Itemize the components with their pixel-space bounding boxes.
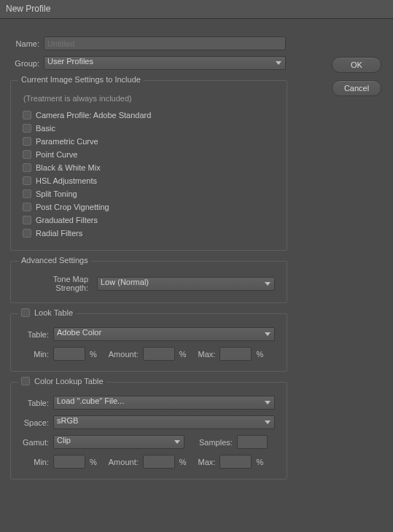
- clut-legend-label: Color Lookup Table: [34, 377, 104, 386]
- name-input[interactable]: [44, 36, 286, 50]
- percent-label: %: [256, 458, 263, 466]
- include-note: (Treatment is always included): [23, 94, 275, 103]
- include-item-parametric-curve[interactable]: Parametric Curve: [23, 135, 275, 148]
- clut-space-row: Space: sRGB: [23, 415, 275, 429]
- include-item-basic[interactable]: Basic: [23, 122, 275, 135]
- ok-button[interactable]: OK: [332, 57, 381, 73]
- look-table-select[interactable]: Adobe Color: [53, 327, 275, 341]
- clut-max-label: Max:: [198, 458, 216, 466]
- clut-checkbox[interactable]: [21, 377, 30, 386]
- include-item-graduated-filters[interactable]: Graduated Filters: [23, 214, 275, 227]
- look-amount-input[interactable]: [143, 347, 175, 361]
- group-row: Group: User Profiles: [10, 56, 383, 70]
- checkbox-icon[interactable]: [23, 216, 31, 224]
- look-table-legend-label: Look Table: [34, 308, 73, 317]
- titlebar: New Profile: [0, 0, 393, 19]
- include-item-label: HSL Adjustments: [36, 176, 97, 185]
- look-table-values-row: Min: % Amount: % Max: %: [23, 347, 275, 361]
- clut-table-select[interactable]: Load ".cube" File...: [53, 396, 275, 410]
- look-table-checkbox[interactable]: [21, 308, 30, 317]
- percent-label: %: [179, 350, 187, 359]
- clut-gamut-row: Gamut: Clip Samples:: [23, 435, 275, 449]
- checkbox-icon[interactable]: [23, 111, 31, 120]
- checkbox-icon[interactable]: [23, 189, 31, 198]
- look-table-fieldset: Look Table Table: Adobe Color Min: % Amo…: [10, 313, 287, 372]
- look-table-table-label: Table:: [23, 330, 49, 339]
- include-item-label: Post Crop Vignetting: [36, 203, 109, 211]
- tone-map-label: Tone Map Strength:: [23, 275, 93, 292]
- include-item-label: Point Curve: [36, 150, 77, 159]
- checkbox-icon[interactable]: [23, 124, 31, 133]
- look-min-input[interactable]: [53, 347, 85, 361]
- name-row: Name:: [10, 36, 383, 50]
- percent-label: %: [179, 458, 187, 466]
- dialog-content: OK Cancel Name: Group: User Profiles Cur…: [0, 19, 393, 491]
- clut-values-row: Min: % Amount: % Max: %: [23, 455, 275, 469]
- checkbox-icon[interactable]: [23, 203, 31, 211]
- look-amount-label: Amount:: [109, 350, 139, 359]
- checkbox-icon[interactable]: [23, 229, 31, 238]
- include-item-label: Black & White Mix: [36, 163, 101, 172]
- clut-min-input[interactable]: [53, 455, 85, 469]
- clut-samples-input[interactable]: [237, 435, 268, 449]
- clut-samples-label: Samples:: [199, 438, 233, 447]
- checkbox-icon[interactable]: [23, 150, 31, 159]
- look-table-legend: Look Table: [18, 308, 76, 317]
- look-min-label: Min:: [23, 350, 49, 359]
- include-item-camera-profile[interactable]: Camera Profile: Adobe Standard: [23, 109, 275, 122]
- percent-label: %: [90, 350, 97, 359]
- clut-amount-label: Amount:: [109, 458, 139, 466]
- percent-label: %: [90, 458, 97, 466]
- checkbox-icon[interactable]: [23, 137, 31, 146]
- clut-space-select[interactable]: sRGB: [53, 415, 275, 429]
- include-fieldset: Current Image Settings to Include (Treat…: [10, 80, 287, 251]
- include-item-point-curve[interactable]: Point Curve: [23, 148, 275, 161]
- checkbox-icon[interactable]: [23, 163, 31, 172]
- clut-amount-input[interactable]: [143, 455, 175, 469]
- include-item-label: Radial Filters: [36, 229, 82, 238]
- cancel-button[interactable]: Cancel: [332, 80, 381, 96]
- clut-table-label: Table:: [23, 399, 49, 407]
- clut-gamut-select[interactable]: Clip: [53, 435, 184, 449]
- clut-space-label: Space:: [23, 418, 49, 427]
- tone-map-select[interactable]: Low (Normal): [97, 277, 275, 291]
- include-item-post-crop-vignetting[interactable]: Post Crop Vignetting: [23, 200, 275, 214]
- checkbox-icon[interactable]: [23, 176, 31, 185]
- include-item-label: Basic: [36, 124, 55, 133]
- advanced-legend: Advanced Settings: [18, 256, 91, 265]
- include-item-label: Split Toning: [36, 189, 77, 198]
- look-table-table-row: Table: Adobe Color: [23, 327, 275, 341]
- include-item-label: Camera Profile: Adobe Standard: [36, 111, 151, 120]
- include-item-split-toning[interactable]: Split Toning: [23, 187, 275, 200]
- tone-map-row: Tone Map Strength: Low (Normal): [23, 275, 275, 292]
- include-item-hsl[interactable]: HSL Adjustments: [23, 174, 275, 187]
- look-max-label: Max:: [198, 350, 216, 359]
- include-item-bw-mix[interactable]: Black & White Mix: [23, 161, 275, 174]
- group-label: Group:: [10, 59, 44, 68]
- group-select[interactable]: User Profiles: [44, 56, 286, 70]
- look-max-input[interactable]: [219, 347, 252, 361]
- clut-table-row: Table: Load ".cube" File...: [23, 396, 275, 410]
- include-legend: Current Image Settings to Include: [18, 75, 144, 84]
- name-label: Name:: [10, 39, 44, 48]
- clut-fieldset: Color Lookup Table Table: Load ".cube" F…: [10, 382, 287, 480]
- clut-legend: Color Lookup Table: [18, 377, 106, 386]
- include-item-radial-filters[interactable]: Radial Filters: [23, 227, 275, 240]
- percent-label: %: [256, 350, 263, 359]
- clut-max-input[interactable]: [219, 455, 252, 469]
- include-item-label: Parametric Curve: [36, 137, 98, 146]
- include-item-label: Graduated Filters: [36, 216, 98, 224]
- window-title: New Profile: [6, 4, 50, 14]
- clut-min-label: Min:: [23, 458, 49, 466]
- advanced-fieldset: Advanced Settings Tone Map Strength: Low…: [10, 261, 287, 303]
- clut-gamut-label: Gamut:: [23, 438, 49, 447]
